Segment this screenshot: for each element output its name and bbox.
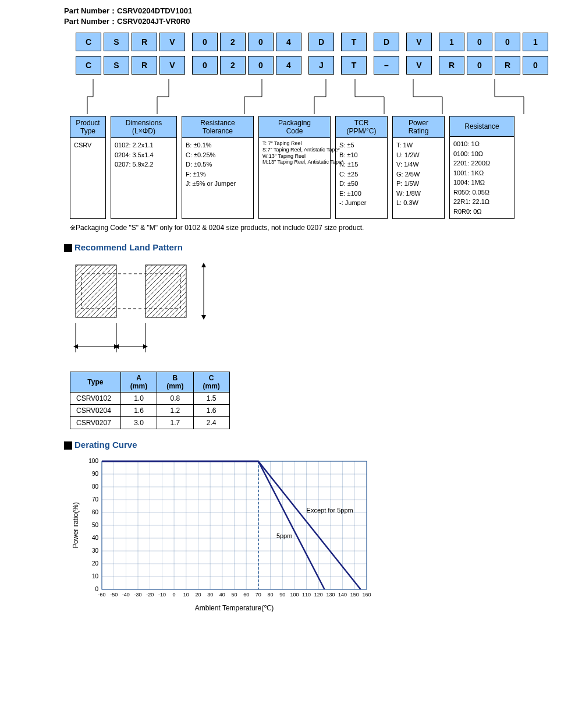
svg-text:Ambient Temperature(℃): Ambient Temperature(℃)	[195, 604, 274, 612]
code-row-2: CSRV0204JT–VR0R0	[76, 56, 570, 75]
table-cell: 2.4	[193, 417, 229, 429]
explain-line: S: ±5	[339, 140, 384, 150]
code-cell: D	[308, 33, 334, 51]
svg-text:40: 40	[219, 592, 225, 598]
explain-line: 0010: 1Ω	[453, 139, 510, 149]
explain-line: CSRV	[74, 140, 102, 150]
bullet-icon	[64, 244, 72, 252]
code-cell: 1	[439, 33, 464, 51]
svg-text:60: 60	[243, 592, 249, 598]
explain-line: 2201: 2200Ω	[453, 158, 510, 168]
code-cell: R	[495, 56, 520, 75]
svg-rect-0	[76, 265, 116, 317]
section-land-pattern: Recommend Land Pattern	[64, 242, 570, 252]
code-cell: –	[374, 56, 399, 75]
svg-text:60: 60	[92, 509, 99, 515]
explain-line: G: 2/5W	[396, 169, 441, 179]
field-explanations: Product Type CSRV Dimensions (L×ΦD) 0102…	[70, 116, 570, 219]
code-cell: V	[406, 33, 432, 51]
code-cell: C	[76, 33, 101, 51]
explain-line: T: 7" Taping Reel	[262, 140, 327, 147]
code-cell: S	[104, 33, 129, 51]
table-cell: 1.0	[120, 393, 157, 405]
code-cell: D	[374, 33, 399, 51]
code-cell: 4	[276, 33, 301, 51]
svg-text:100: 100	[290, 592, 299, 598]
svg-text:80: 80	[92, 483, 99, 490]
svg-text:70: 70	[92, 496, 99, 503]
svg-text:140: 140	[338, 592, 347, 598]
svg-text:90: 90	[279, 592, 285, 598]
svg-text:70: 70	[255, 592, 261, 598]
land-table-header: Type	[70, 372, 121, 393]
code-cell: R	[132, 56, 157, 75]
code-cell: T	[341, 56, 367, 75]
table-cell: 0.8	[157, 393, 193, 405]
explain-line: W: 1/8W	[396, 189, 441, 199]
code-cell: 0	[192, 33, 218, 51]
table-cell: CSRV0204	[70, 405, 121, 417]
code-cell: 4	[276, 56, 301, 75]
code-cell: R	[132, 33, 157, 51]
part-number-1: Part Number：CSRV0204DTDV1001	[64, 6, 570, 16]
explain-line: T: 1W	[396, 140, 441, 150]
box-product-type: Product Type CSRV	[70, 116, 106, 219]
box-tolerance: Resistance Tolerance B: ±0.1%C: ±0.25%D:…	[182, 116, 254, 219]
explain-line: J: ±5% or Jumper	[186, 179, 250, 189]
derating-chart: -60-50-40-30-20-100102030405060708090100…	[70, 455, 570, 614]
explain-line: 0204: 3.5x1.4	[115, 150, 173, 160]
svg-text:30: 30	[92, 547, 99, 554]
svg-text:-50: -50	[110, 592, 118, 598]
table-cell: CSRV0207	[70, 417, 121, 429]
svg-text:20: 20	[92, 560, 99, 567]
code-cell: 0	[467, 33, 492, 51]
code-cell: 0	[248, 56, 274, 75]
explain-line: B: ±10	[339, 150, 384, 160]
box-packaging: Packaging Code T: 7" Taping ReelS:7" Tap…	[258, 116, 331, 219]
part-code-grid: CSRV0204DTDV1001 CSRV0204JT–VR0R0	[76, 33, 570, 75]
svg-text:90: 90	[92, 471, 99, 477]
explain-line: 1001: 1KΩ	[453, 168, 510, 178]
box-tcr: TCR (PPM/°C) S: ±5B: ±10N: ±15C: ±25D: ±…	[335, 116, 388, 219]
code-cell: 2	[220, 33, 246, 51]
explain-line: 1004: 1MΩ	[453, 178, 510, 188]
land-pattern-table: TypeA (mm)B (mm)C (mm) CSRV01021.00.81.5…	[70, 372, 230, 429]
explain-line: W:13" Taping Reel	[262, 153, 327, 160]
svg-text:160: 160	[362, 592, 371, 598]
svg-text:Power ratio(%): Power ratio(%)	[72, 502, 80, 548]
explain-line: B: ±0.1%	[186, 140, 250, 150]
code-cell: V	[159, 56, 185, 75]
explain-line: 0100: 10Ω	[453, 149, 510, 159]
table-cell: 1.5	[193, 393, 229, 405]
svg-text:30: 30	[207, 592, 213, 598]
land-pattern-diagram	[70, 259, 221, 364]
code-cell: 0	[248, 33, 274, 51]
explain-line: 0102: 2.2x1.1	[115, 140, 173, 150]
svg-text:20: 20	[195, 592, 201, 598]
code-cell: T	[341, 33, 367, 51]
svg-text:120: 120	[314, 592, 323, 598]
code-cell: S	[104, 56, 129, 75]
code-cell: V	[406, 56, 432, 75]
table-cell: 1.7	[157, 417, 193, 429]
explain-line: C: ±0.25%	[186, 150, 250, 160]
table-cell: CSRV0102	[70, 393, 121, 405]
svg-text:-60: -60	[98, 592, 105, 598]
explain-line: 22R1: 22.1Ω	[453, 197, 510, 207]
explain-line: E: ±100	[339, 189, 384, 199]
explain-line: U: 1/2W	[396, 150, 441, 160]
land-table-header: B (mm)	[157, 372, 193, 393]
code-cell: 0	[495, 33, 520, 51]
explain-line: M:13" Taping Reel, Antistatic Tape*	[262, 159, 327, 165]
box-power: Power Rating T: 1WU: 1/2WV: 1/4WG: 2/5WP…	[392, 116, 445, 219]
svg-text:0: 0	[95, 586, 98, 592]
explain-line: P: 1/5W	[396, 179, 441, 189]
bullet-icon	[64, 441, 72, 450]
svg-text:130: 130	[326, 592, 335, 598]
svg-text:5ppm: 5ppm	[276, 532, 293, 539]
section-derating: Derating Curve	[64, 440, 570, 450]
svg-text:-20: -20	[146, 592, 154, 598]
svg-text:50: 50	[92, 522, 99, 528]
code-cell: 2	[220, 56, 246, 75]
code-cell: C	[76, 56, 101, 75]
